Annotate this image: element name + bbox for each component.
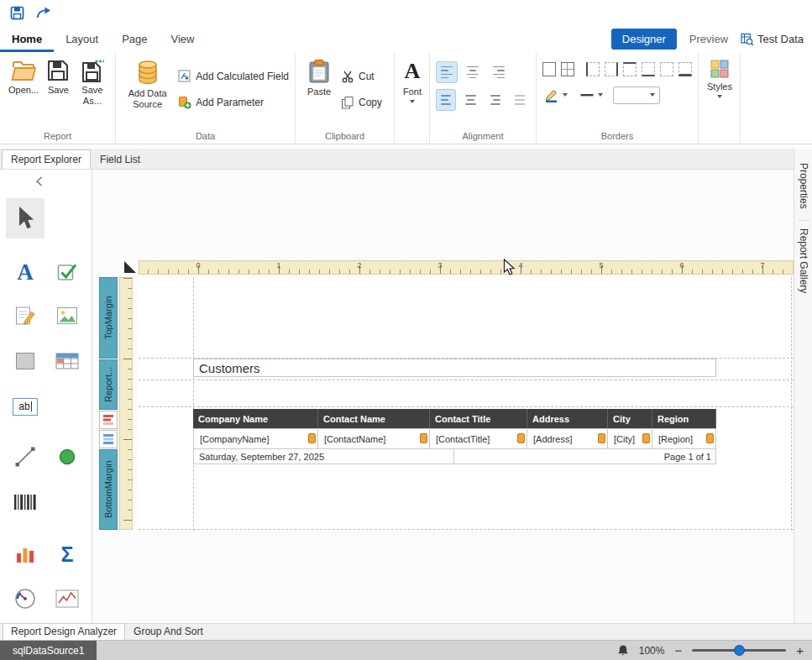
tab-page[interactable]: Page bbox=[110, 25, 159, 52]
line-tool[interactable] bbox=[12, 443, 39, 470]
report-canvas[interactable]: Customers Company Name Contact Name Cont… bbox=[139, 277, 794, 531]
notifications-bell-icon[interactable] bbox=[617, 644, 629, 657]
table-header-cell[interactable]: City bbox=[608, 409, 652, 428]
cut-label: Cut bbox=[359, 71, 375, 82]
tab-properties[interactable]: Properties bbox=[798, 155, 809, 217]
align-text-left-button[interactable] bbox=[436, 61, 458, 83]
border-top-button[interactable] bbox=[623, 62, 637, 76]
table-field-cell[interactable]: [CompanyName] bbox=[193, 428, 318, 449]
zoom-level: 100% bbox=[639, 645, 665, 657]
character-comb-tool[interactable]: ab bbox=[12, 393, 39, 420]
border-right-button[interactable] bbox=[605, 62, 618, 76]
sparkline-tool[interactable] bbox=[54, 585, 81, 612]
save-button[interactable]: Save bbox=[43, 59, 73, 96]
tab-report-gallery[interactable]: Report Gallery bbox=[798, 220, 809, 301]
border-thick-bottom-button[interactable] bbox=[678, 62, 692, 76]
field-binding-icon[interactable] bbox=[308, 433, 316, 443]
band-tab-top-margin[interactable]: TopMargin bbox=[99, 277, 118, 359]
table-field-cell[interactable]: [Region] bbox=[652, 428, 716, 449]
tab-report-explorer[interactable]: Report Explorer bbox=[2, 149, 91, 169]
tab-report-design-analyzer[interactable]: Report Design Analyzer bbox=[3, 623, 125, 640]
border-bottom-button[interactable] bbox=[642, 62, 655, 76]
table-field-cell[interactable]: [ContactName] bbox=[318, 428, 430, 449]
zoom-out-button[interactable]: − bbox=[674, 644, 682, 657]
styles-button[interactable]: Styles bbox=[705, 59, 735, 98]
field-binding-icon[interactable] bbox=[706, 433, 714, 443]
field-binding-icon[interactable] bbox=[598, 433, 605, 443]
save-icon[interactable] bbox=[10, 6, 24, 20]
field-binding-icon[interactable] bbox=[420, 433, 427, 443]
cut-button[interactable]: Cut bbox=[341, 70, 382, 83]
tab-layout[interactable]: Layout bbox=[54, 25, 110, 52]
rich-text-tool[interactable] bbox=[12, 302, 39, 329]
border-line-style-button[interactable] bbox=[578, 86, 605, 104]
align-text-center-button[interactable] bbox=[462, 61, 484, 83]
panel-tool[interactable] bbox=[12, 348, 39, 375]
add-calculated-field-button[interactable]: Add Calculated Field bbox=[178, 70, 289, 83]
band-tab-group-header[interactable] bbox=[99, 411, 118, 429]
align-bottom-button[interactable] bbox=[485, 89, 506, 111]
table-field-cell[interactable]: [City] bbox=[608, 428, 652, 449]
table-header-cell[interactable]: Contact Name bbox=[318, 409, 430, 428]
table-tool[interactable] bbox=[54, 348, 81, 375]
zoom-in-button[interactable]: + bbox=[796, 644, 804, 657]
open-button[interactable]: Open... bbox=[6, 59, 41, 96]
border-width-combo[interactable] bbox=[613, 86, 660, 104]
barcode-tool[interactable] bbox=[12, 489, 39, 516]
shape-tool[interactable] bbox=[54, 443, 81, 470]
border-none-button[interactable] bbox=[660, 62, 673, 76]
report-title-label[interactable]: Customers bbox=[193, 359, 716, 377]
font-button[interactable]: A Font bbox=[401, 59, 424, 103]
summary-tool[interactable]: Σ bbox=[54, 541, 81, 568]
align-top-button[interactable] bbox=[436, 89, 456, 111]
tab-home[interactable]: Home bbox=[0, 25, 54, 52]
band-tab-report-header[interactable]: Report... bbox=[99, 359, 118, 410]
datasource-chip[interactable]: sqlDataSource1 bbox=[0, 641, 97, 660]
label-tool[interactable]: A bbox=[12, 259, 39, 285]
checkbox-tool[interactable] bbox=[54, 259, 81, 285]
design-surface[interactable]: 0 1 2 3 4 5 6 7 TopMargin Report... Bott… bbox=[92, 170, 794, 623]
pointer-tool[interactable] bbox=[6, 198, 45, 238]
tab-view[interactable]: View bbox=[160, 25, 207, 52]
tab-field-list[interactable]: Field List bbox=[91, 149, 149, 169]
table-header-cell[interactable]: Contact Title bbox=[430, 409, 527, 428]
picture-tool[interactable] bbox=[54, 302, 81, 329]
border-outside-button[interactable] bbox=[542, 62, 556, 76]
designer-button[interactable]: Designer bbox=[611, 29, 677, 50]
table-field-cell[interactable]: [Address] bbox=[527, 428, 608, 449]
gauge-tool[interactable] bbox=[12, 585, 39, 612]
ribbon-group-clipboard: Paste Cut Copy Clipboard bbox=[296, 52, 395, 144]
page-info-label[interactable]: Page 1 of 1 bbox=[453, 448, 716, 464]
add-parameter-button[interactable]: Add Parameter bbox=[178, 96, 289, 109]
zoom-slider[interactable] bbox=[692, 641, 786, 660]
table-field-cell[interactable]: [ContactTitle] bbox=[430, 428, 527, 449]
status-bar: sqlDataSource1 100% − + bbox=[0, 640, 812, 660]
test-data-icon bbox=[741, 33, 753, 45]
save-as-button[interactable]: Save As... bbox=[76, 59, 109, 106]
border-color-button[interactable] bbox=[542, 86, 569, 104]
redo-icon[interactable] bbox=[36, 6, 51, 19]
collapse-panel-icon[interactable] bbox=[34, 175, 45, 188]
band-tab-detail[interactable] bbox=[99, 430, 118, 448]
border-left-button[interactable] bbox=[586, 62, 600, 76]
table-header-cell[interactable]: Address bbox=[527, 409, 608, 428]
align-middle-button[interactable] bbox=[460, 89, 480, 111]
border-all-button[interactable] bbox=[561, 62, 574, 76]
preview-button[interactable]: Preview bbox=[689, 33, 728, 45]
copy-button[interactable]: Copy bbox=[341, 96, 382, 109]
align-justify-button[interactable] bbox=[510, 89, 530, 111]
band-tab-bottom-margin[interactable]: BottomMargin bbox=[99, 449, 118, 530]
align-text-right-button[interactable] bbox=[488, 61, 510, 83]
report-designer-window: Home Layout Page View Designer Preview T… bbox=[0, 0, 812, 660]
zoom-slider-handle[interactable] bbox=[734, 645, 745, 656]
table-header-cell[interactable]: Company Name bbox=[193, 409, 318, 428]
add-data-source-button[interactable]: Add Data Source bbox=[122, 59, 173, 109]
table-header-cell[interactable]: Region bbox=[652, 409, 716, 428]
tab-group-and-sort[interactable]: Group And Sort bbox=[125, 623, 212, 640]
test-data-button[interactable]: Test Data bbox=[741, 33, 804, 45]
field-binding-icon[interactable] bbox=[517, 433, 525, 443]
paste-button[interactable]: Paste bbox=[301, 59, 337, 97]
field-binding-icon[interactable] bbox=[642, 433, 650, 443]
page-date-label[interactable]: Saturday, September 27, 2025 bbox=[193, 448, 454, 464]
chart-tool[interactable] bbox=[12, 541, 39, 568]
